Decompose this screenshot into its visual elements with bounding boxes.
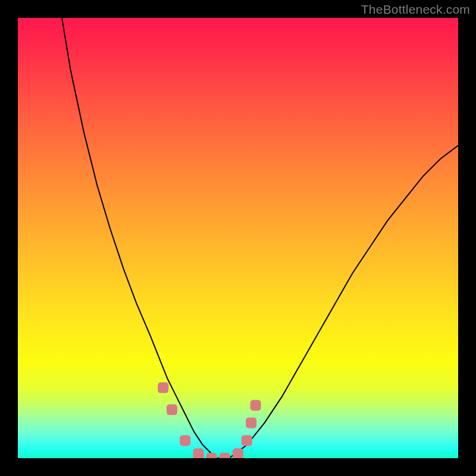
marker-point xyxy=(246,418,256,428)
marker-point xyxy=(158,383,168,393)
chart-frame: TheBottleneck.com xyxy=(0,0,476,476)
marker-point xyxy=(193,449,203,458)
marker-point xyxy=(242,435,252,446)
watermark-text: TheBottleneck.com xyxy=(361,2,470,17)
plot-area xyxy=(18,18,458,458)
marker-point xyxy=(250,400,261,411)
chart-svg xyxy=(18,18,458,458)
marker-point xyxy=(220,453,230,458)
marker-point xyxy=(180,435,190,446)
highlight-markers xyxy=(158,383,261,458)
bottleneck-curve xyxy=(62,18,458,458)
marker-point xyxy=(206,453,217,458)
marker-point xyxy=(167,405,177,415)
marker-point xyxy=(233,449,243,458)
